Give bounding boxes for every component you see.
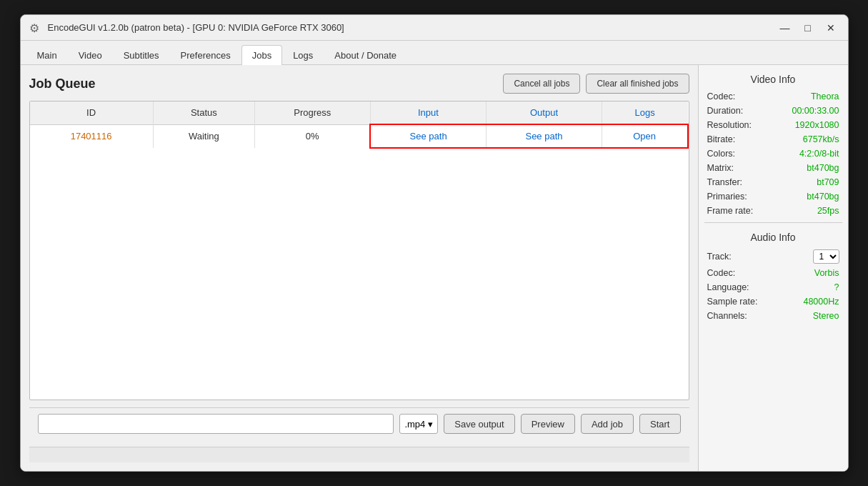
col-input: Input xyxy=(370,101,487,124)
video-framerate-label: Frame rate: xyxy=(707,206,754,216)
video-matrix-row: Matrix: bt470bg xyxy=(704,162,842,174)
start-button[interactable]: Start xyxy=(639,414,680,434)
tab-video[interactable]: Video xyxy=(68,45,113,65)
col-id: ID xyxy=(30,101,154,124)
bottom-bar: .mp4 ▾ Save output Preview Add job Start xyxy=(29,407,689,440)
cell-output[interactable]: See path xyxy=(487,124,602,148)
audio-language-value: ? xyxy=(834,282,839,292)
video-duration-row: Duration: 00:00:33.00 xyxy=(704,105,842,116)
window-controls: — □ ✕ xyxy=(777,19,839,36)
audio-channels-row: Channels: Stereo xyxy=(704,310,842,322)
maximize-button[interactable]: □ xyxy=(799,19,817,36)
video-framerate-row: Frame rate: 25fps xyxy=(704,205,842,217)
audio-channels-value: Stereo xyxy=(813,311,839,321)
table-row: 17401116 Waiting 0% See path See path Op… xyxy=(30,124,688,148)
video-resolution-row: Resolution: 1920x1080 xyxy=(704,119,842,131)
app-icon: ⚙ xyxy=(29,21,42,34)
close-button[interactable]: ✕ xyxy=(822,19,839,36)
video-duration-label: Duration: xyxy=(707,106,744,116)
video-framerate-value: 25fps xyxy=(817,206,839,216)
audio-track-row: Track: 1 xyxy=(704,249,842,264)
cell-input[interactable]: See path xyxy=(370,124,487,148)
window-title: EncodeGUI v1.2.0b (patron beta) - [GPU 0… xyxy=(48,22,777,33)
see-path-input-button[interactable]: See path xyxy=(410,131,447,142)
clear-finished-jobs-button[interactable]: Clear all finished jobs xyxy=(586,74,689,94)
video-info-title: Video Info xyxy=(704,71,842,88)
header-buttons: Cancel all jobs Clear all finished jobs xyxy=(503,74,689,94)
audio-track-select[interactable]: 1 xyxy=(813,249,839,264)
video-transfer-label: Transfer: xyxy=(707,177,743,187)
video-transfer-value: bt709 xyxy=(817,177,839,187)
video-duration-value: 00:00:33.00 xyxy=(792,106,839,116)
title-bar: ⚙ EncodeGUI v1.2.0b (patron beta) - [GPU… xyxy=(21,15,848,41)
see-path-output-button[interactable]: See path xyxy=(525,131,562,142)
audio-language-label: Language: xyxy=(707,282,749,292)
tab-jobs[interactable]: Jobs xyxy=(241,45,282,65)
audio-language-row: Language: ? xyxy=(704,282,842,293)
job-queue-title: Job Queue xyxy=(29,76,96,91)
minimize-button[interactable]: — xyxy=(777,19,794,36)
audio-channels-label: Channels: xyxy=(707,311,747,321)
tab-about[interactable]: About / Donate xyxy=(324,45,407,65)
video-primaries-value: bt470bg xyxy=(807,192,839,202)
video-matrix-value: bt470bg xyxy=(807,163,839,173)
video-primaries-row: Primaries: bt470bg xyxy=(704,191,842,202)
audio-codec-label: Codec: xyxy=(707,268,736,278)
video-bitrate-row: Bitrate: 6757kb/s xyxy=(704,134,842,145)
file-input-area[interactable] xyxy=(38,414,394,434)
video-codec-label: Codec: xyxy=(707,91,736,101)
tab-main[interactable]: Main xyxy=(26,45,68,65)
video-codec-row: Codec: Theora xyxy=(704,91,842,102)
cell-logs[interactable]: Open xyxy=(602,124,687,148)
divider xyxy=(704,222,842,223)
job-table: ID Status Progress Input Output Logs 174… xyxy=(30,101,689,149)
tab-bar: Main Video Subtitles Preferences Jobs Lo… xyxy=(21,41,848,65)
audio-samplerate-value: 48000Hz xyxy=(803,297,839,307)
video-bitrate-value: 6757kb/s xyxy=(803,134,839,144)
video-colors-value: 4:2:0/8-bit xyxy=(799,149,839,159)
job-queue-header: Job Queue Cancel all jobs Clear all fini… xyxy=(29,74,689,94)
add-job-button[interactable]: Add job xyxy=(581,414,634,434)
open-logs-button[interactable]: Open xyxy=(633,131,656,142)
audio-codec-value: Vorbis xyxy=(814,268,839,278)
main-panel: Job Queue Cancel all jobs Clear all fini… xyxy=(21,65,698,471)
main-window: ⚙ EncodeGUI v1.2.0b (patron beta) - [GPU… xyxy=(20,14,849,472)
header-row: ID Status Progress Input Output Logs xyxy=(30,101,688,124)
col-output: Output xyxy=(487,101,602,124)
video-primaries-label: Primaries: xyxy=(707,192,747,202)
status-bar xyxy=(29,447,689,462)
audio-samplerate-label: Sample rate: xyxy=(707,297,758,307)
tab-logs[interactable]: Logs xyxy=(282,45,324,65)
cell-progress: 0% xyxy=(255,124,371,148)
audio-codec-row: Codec: Vorbis xyxy=(704,267,842,279)
format-value: .mp4 xyxy=(404,419,425,430)
table-header: ID Status Progress Input Output Logs xyxy=(30,101,688,124)
video-transfer-row: Transfer: bt709 xyxy=(704,177,842,188)
tab-subtitles[interactable]: Subtitles xyxy=(113,45,170,65)
right-panel: Video Info Codec: Theora Duration: 00:00… xyxy=(698,65,848,471)
video-colors-row: Colors: 4:2:0/8-bit xyxy=(704,148,842,159)
video-bitrate-label: Bitrate: xyxy=(707,134,736,144)
video-matrix-label: Matrix: xyxy=(707,163,734,173)
audio-track-label: Track: xyxy=(707,252,732,262)
col-status: Status xyxy=(153,101,254,124)
audio-samplerate-row: Sample rate: 48000Hz xyxy=(704,296,842,307)
tab-preferences[interactable]: Preferences xyxy=(170,45,241,65)
format-chevron-icon: ▾ xyxy=(428,419,433,430)
video-resolution-value: 1920x1080 xyxy=(795,120,839,130)
video-codec-value: Theora xyxy=(811,91,839,101)
save-output-button[interactable]: Save output xyxy=(444,414,514,434)
cell-status: Waiting xyxy=(153,124,254,148)
video-colors-label: Colors: xyxy=(707,149,736,159)
format-select-wrap[interactable]: .mp4 ▾ xyxy=(399,414,438,434)
table-body: 17401116 Waiting 0% See path See path Op… xyxy=(30,124,688,148)
job-table-container: ID Status Progress Input Output Logs 174… xyxy=(29,101,689,400)
preview-button[interactable]: Preview xyxy=(521,414,575,434)
content-area: Job Queue Cancel all jobs Clear all fini… xyxy=(21,65,848,471)
audio-info-title: Audio Info xyxy=(704,229,842,246)
col-progress: Progress xyxy=(255,101,371,124)
col-logs: Logs xyxy=(602,101,687,124)
cell-id: 17401116 xyxy=(30,124,154,148)
cancel-all-jobs-button[interactable]: Cancel all jobs xyxy=(503,74,580,94)
video-resolution-label: Resolution: xyxy=(707,120,752,130)
